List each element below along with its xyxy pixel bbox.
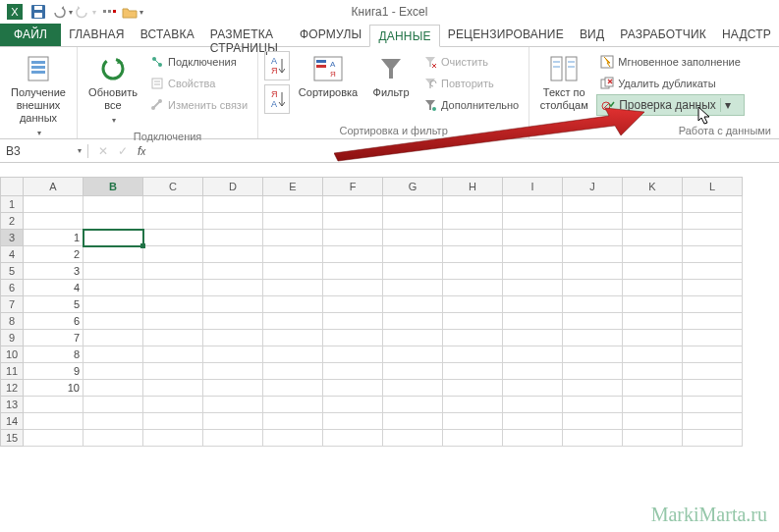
select-all-corner[interactable] [0, 177, 24, 196]
cell-A3[interactable]: 1 [24, 230, 83, 246]
row-header-12[interactable]: 12 [0, 380, 24, 397]
cell-G14[interactable] [383, 413, 443, 430]
row-header-9[interactable]: 9 [0, 330, 24, 346]
cell-D9[interactable] [203, 330, 263, 346]
cell-D11[interactable] [203, 363, 263, 380]
row-header-3[interactable]: 3 [0, 230, 24, 246]
cell-E10[interactable] [263, 346, 323, 363]
chevron-down-icon[interactable]: ▾ [78, 146, 82, 155]
cell-B6[interactable] [83, 280, 143, 296]
cell-L3[interactable] [683, 230, 743, 246]
cell-B2[interactable] [83, 213, 143, 230]
tab-view[interactable]: ВИД [572, 24, 612, 46]
cell-A9[interactable]: 7 [24, 330, 83, 346]
cell-I8[interactable] [503, 313, 563, 330]
cell-C5[interactable] [143, 263, 203, 280]
tab-formulas[interactable]: ФОРМУЛЫ [292, 24, 369, 46]
cell-D12[interactable] [203, 380, 263, 397]
sort-desc-button[interactable]: ЯA [264, 84, 290, 114]
cell-L8[interactable] [683, 313, 743, 330]
cell-I1[interactable] [503, 196, 563, 213]
cell-C3[interactable] [143, 230, 203, 246]
cell-B9[interactable] [83, 330, 143, 346]
reapply-button[interactable]: Повторить [419, 73, 523, 94]
cell-H10[interactable] [443, 346, 503, 363]
cell-I11[interactable] [503, 363, 563, 380]
cell-J8[interactable] [563, 313, 623, 330]
column-header-E[interactable]: E [263, 177, 323, 196]
cell-B11[interactable] [83, 363, 143, 380]
column-header-H[interactable]: H [443, 177, 503, 196]
cell-C12[interactable] [143, 380, 203, 397]
cell-G4[interactable] [383, 246, 443, 263]
cell-C1[interactable] [143, 196, 203, 213]
cell-C10[interactable] [143, 346, 203, 363]
cell-I5[interactable] [503, 263, 563, 280]
cell-D5[interactable] [203, 263, 263, 280]
cell-G12[interactable] [383, 380, 443, 397]
filter-button[interactable]: Фильтр [366, 51, 416, 101]
cell-E12[interactable] [263, 380, 323, 397]
cell-H5[interactable] [443, 263, 503, 280]
cell-K10[interactable] [623, 346, 683, 363]
cell-F13[interactable] [323, 397, 383, 413]
cell-E6[interactable] [263, 280, 323, 296]
cell-F12[interactable] [323, 380, 383, 397]
cell-K4[interactable] [623, 246, 683, 263]
cell-A4[interactable]: 2 [24, 246, 83, 263]
cell-E8[interactable] [263, 313, 323, 330]
remove-duplicates-button[interactable]: Удалить дубликаты [596, 73, 745, 94]
save-button[interactable] [28, 1, 49, 23]
cell-I6[interactable] [503, 280, 563, 296]
cell-I2[interactable] [503, 213, 563, 230]
cell-K14[interactable] [623, 413, 683, 430]
cell-G10[interactable] [383, 346, 443, 363]
tab-file[interactable]: ФАЙЛ [0, 24, 61, 46]
cell-L4[interactable] [683, 246, 743, 263]
cell-H3[interactable] [443, 230, 503, 246]
data-validation-button[interactable]: Проверка данных ▾ [596, 94, 745, 116]
cell-A12[interactable]: 10 [24, 380, 83, 397]
cell-F8[interactable] [323, 313, 383, 330]
cell-G13[interactable] [383, 397, 443, 413]
column-header-L[interactable]: L [683, 177, 743, 196]
cell-D13[interactable] [203, 397, 263, 413]
cell-G11[interactable] [383, 363, 443, 380]
cell-J2[interactable] [563, 213, 623, 230]
cell-L14[interactable] [683, 413, 743, 430]
column-header-A[interactable]: A [24, 177, 83, 196]
cell-K15[interactable] [623, 430, 683, 447]
cell-L12[interactable] [683, 380, 743, 397]
data-validation-dropdown[interactable]: ▾ [720, 98, 731, 112]
row-header-14[interactable]: 14 [0, 413, 24, 430]
redo-button[interactable]: ▾ [75, 1, 96, 23]
row-header-4[interactable]: 4 [0, 246, 24, 263]
cell-L10[interactable] [683, 346, 743, 363]
cancel-formula-icon[interactable]: ✕ [98, 144, 108, 158]
cell-H7[interactable] [443, 296, 503, 313]
cell-I3[interactable] [503, 230, 563, 246]
row-header-2[interactable]: 2 [0, 213, 24, 230]
accept-formula-icon[interactable]: ✓ [118, 144, 128, 158]
cell-K11[interactable] [623, 363, 683, 380]
cell-K12[interactable] [623, 380, 683, 397]
cell-G3[interactable] [383, 230, 443, 246]
cell-L11[interactable] [683, 363, 743, 380]
row-header-1[interactable]: 1 [0, 196, 24, 213]
cell-J12[interactable] [563, 380, 623, 397]
cell-D2[interactable] [203, 213, 263, 230]
cell-I12[interactable] [503, 380, 563, 397]
cell-G15[interactable] [383, 430, 443, 447]
cell-E1[interactable] [263, 196, 323, 213]
row-header-6[interactable]: 6 [0, 280, 24, 296]
cell-E14[interactable] [263, 413, 323, 430]
cell-J13[interactable] [563, 397, 623, 413]
cell-J1[interactable] [563, 196, 623, 213]
cell-F11[interactable] [323, 363, 383, 380]
text-to-columns-button[interactable]: Текст по столбцам [535, 51, 592, 114]
cell-A10[interactable]: 8 [24, 346, 83, 363]
tab-data[interactable]: ДАННЫЕ [369, 25, 439, 47]
cell-J5[interactable] [563, 263, 623, 280]
cell-F3[interactable] [323, 230, 383, 246]
cell-K13[interactable] [623, 397, 683, 413]
